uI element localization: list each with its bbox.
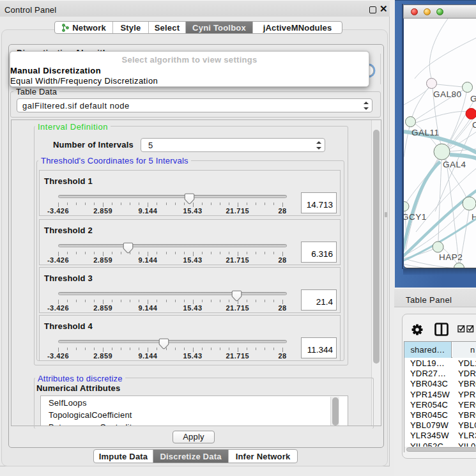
svg-text:GA: GA bbox=[470, 94, 476, 104]
svg-text:HAP2: HAP2 bbox=[439, 252, 463, 262]
svg-text:GAL11: GAL11 bbox=[411, 128, 440, 137]
svg-text:C: C bbox=[472, 120, 476, 130]
svg-text:GAL80: GAL80 bbox=[433, 89, 462, 99]
svg-text:GAL4: GAL4 bbox=[443, 160, 466, 169]
svg-text:H: H bbox=[472, 212, 476, 222]
svg-text:GCY1: GCY1 bbox=[404, 212, 427, 222]
